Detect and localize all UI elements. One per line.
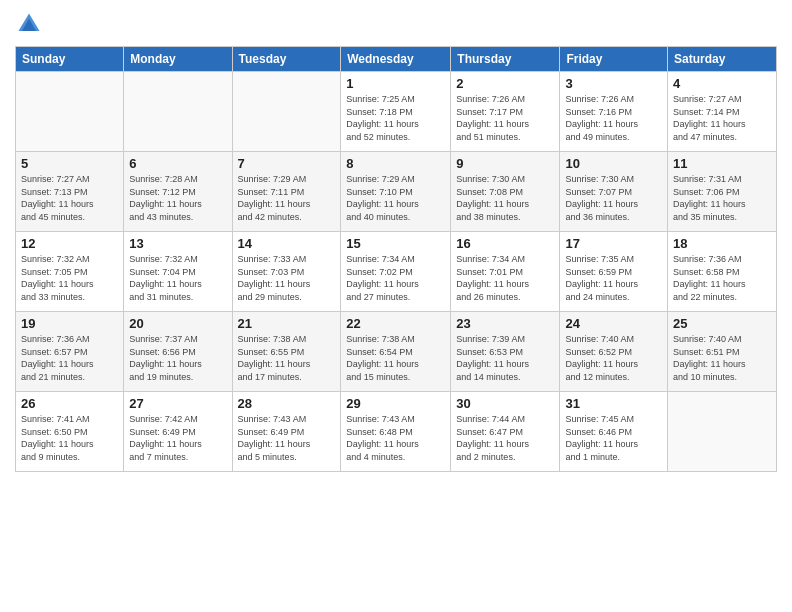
- day-number: 13: [129, 236, 226, 251]
- logo: [15, 10, 47, 38]
- calendar-cell: 30Sunrise: 7:44 AM Sunset: 6:47 PM Dayli…: [451, 392, 560, 472]
- day-number: 23: [456, 316, 554, 331]
- day-info: Sunrise: 7:32 AM Sunset: 7:05 PM Dayligh…: [21, 253, 118, 303]
- day-number: 20: [129, 316, 226, 331]
- day-info: Sunrise: 7:26 AM Sunset: 7:17 PM Dayligh…: [456, 93, 554, 143]
- day-info: Sunrise: 7:29 AM Sunset: 7:11 PM Dayligh…: [238, 173, 336, 223]
- day-info: Sunrise: 7:30 AM Sunset: 7:08 PM Dayligh…: [456, 173, 554, 223]
- day-number: 12: [21, 236, 118, 251]
- calendar-week-row: 12Sunrise: 7:32 AM Sunset: 7:05 PM Dayli…: [16, 232, 777, 312]
- calendar-cell: 14Sunrise: 7:33 AM Sunset: 7:03 PM Dayli…: [232, 232, 341, 312]
- day-number: 25: [673, 316, 771, 331]
- calendar-cell: 31Sunrise: 7:45 AM Sunset: 6:46 PM Dayli…: [560, 392, 668, 472]
- day-info: Sunrise: 7:30 AM Sunset: 7:07 PM Dayligh…: [565, 173, 662, 223]
- day-number: 26: [21, 396, 118, 411]
- day-number: 6: [129, 156, 226, 171]
- day-number: 29: [346, 396, 445, 411]
- day-number: 27: [129, 396, 226, 411]
- day-info: Sunrise: 7:37 AM Sunset: 6:56 PM Dayligh…: [129, 333, 226, 383]
- calendar-cell: 27Sunrise: 7:42 AM Sunset: 6:49 PM Dayli…: [124, 392, 232, 472]
- calendar-cell: 10Sunrise: 7:30 AM Sunset: 7:07 PM Dayli…: [560, 152, 668, 232]
- calendar-cell: 18Sunrise: 7:36 AM Sunset: 6:58 PM Dayli…: [668, 232, 777, 312]
- calendar-cell: 16Sunrise: 7:34 AM Sunset: 7:01 PM Dayli…: [451, 232, 560, 312]
- day-info: Sunrise: 7:44 AM Sunset: 6:47 PM Dayligh…: [456, 413, 554, 463]
- day-number: 9: [456, 156, 554, 171]
- day-info: Sunrise: 7:40 AM Sunset: 6:52 PM Dayligh…: [565, 333, 662, 383]
- day-number: 2: [456, 76, 554, 91]
- day-info: Sunrise: 7:27 AM Sunset: 7:14 PM Dayligh…: [673, 93, 771, 143]
- calendar-cell: 4Sunrise: 7:27 AM Sunset: 7:14 PM Daylig…: [668, 72, 777, 152]
- day-number: 24: [565, 316, 662, 331]
- day-info: Sunrise: 7:31 AM Sunset: 7:06 PM Dayligh…: [673, 173, 771, 223]
- day-number: 21: [238, 316, 336, 331]
- day-info: Sunrise: 7:41 AM Sunset: 6:50 PM Dayligh…: [21, 413, 118, 463]
- day-info: Sunrise: 7:40 AM Sunset: 6:51 PM Dayligh…: [673, 333, 771, 383]
- day-number: 4: [673, 76, 771, 91]
- weekday-header: Tuesday: [232, 47, 341, 72]
- day-info: Sunrise: 7:35 AM Sunset: 6:59 PM Dayligh…: [565, 253, 662, 303]
- weekday-header-row: SundayMondayTuesdayWednesdayThursdayFrid…: [16, 47, 777, 72]
- day-number: 10: [565, 156, 662, 171]
- day-info: Sunrise: 7:25 AM Sunset: 7:18 PM Dayligh…: [346, 93, 445, 143]
- day-number: 19: [21, 316, 118, 331]
- day-info: Sunrise: 7:38 AM Sunset: 6:54 PM Dayligh…: [346, 333, 445, 383]
- day-info: Sunrise: 7:43 AM Sunset: 6:49 PM Dayligh…: [238, 413, 336, 463]
- calendar-cell: 15Sunrise: 7:34 AM Sunset: 7:02 PM Dayli…: [341, 232, 451, 312]
- calendar-cell: 5Sunrise: 7:27 AM Sunset: 7:13 PM Daylig…: [16, 152, 124, 232]
- day-number: 31: [565, 396, 662, 411]
- day-number: 1: [346, 76, 445, 91]
- weekday-header: Saturday: [668, 47, 777, 72]
- day-number: 17: [565, 236, 662, 251]
- calendar-cell: 28Sunrise: 7:43 AM Sunset: 6:49 PM Dayli…: [232, 392, 341, 472]
- day-number: 16: [456, 236, 554, 251]
- day-number: 30: [456, 396, 554, 411]
- calendar-cell: [668, 392, 777, 472]
- weekday-header: Thursday: [451, 47, 560, 72]
- calendar-cell: 25Sunrise: 7:40 AM Sunset: 6:51 PM Dayli…: [668, 312, 777, 392]
- calendar-cell: [232, 72, 341, 152]
- calendar-cell: 24Sunrise: 7:40 AM Sunset: 6:52 PM Dayli…: [560, 312, 668, 392]
- calendar-cell: 7Sunrise: 7:29 AM Sunset: 7:11 PM Daylig…: [232, 152, 341, 232]
- calendar-week-row: 1Sunrise: 7:25 AM Sunset: 7:18 PM Daylig…: [16, 72, 777, 152]
- calendar-cell: [124, 72, 232, 152]
- day-info: Sunrise: 7:33 AM Sunset: 7:03 PM Dayligh…: [238, 253, 336, 303]
- calendar-cell: 11Sunrise: 7:31 AM Sunset: 7:06 PM Dayli…: [668, 152, 777, 232]
- calendar-cell: 29Sunrise: 7:43 AM Sunset: 6:48 PM Dayli…: [341, 392, 451, 472]
- weekday-header: Monday: [124, 47, 232, 72]
- calendar: SundayMondayTuesdayWednesdayThursdayFrid…: [15, 46, 777, 472]
- calendar-cell: 9Sunrise: 7:30 AM Sunset: 7:08 PM Daylig…: [451, 152, 560, 232]
- calendar-week-row: 19Sunrise: 7:36 AM Sunset: 6:57 PM Dayli…: [16, 312, 777, 392]
- day-info: Sunrise: 7:42 AM Sunset: 6:49 PM Dayligh…: [129, 413, 226, 463]
- day-number: 5: [21, 156, 118, 171]
- logo-icon: [15, 10, 43, 38]
- day-info: Sunrise: 7:45 AM Sunset: 6:46 PM Dayligh…: [565, 413, 662, 463]
- weekday-header: Friday: [560, 47, 668, 72]
- calendar-cell: 8Sunrise: 7:29 AM Sunset: 7:10 PM Daylig…: [341, 152, 451, 232]
- page: SundayMondayTuesdayWednesdayThursdayFrid…: [0, 0, 792, 612]
- calendar-cell: 23Sunrise: 7:39 AM Sunset: 6:53 PM Dayli…: [451, 312, 560, 392]
- day-number: 22: [346, 316, 445, 331]
- day-info: Sunrise: 7:36 AM Sunset: 6:57 PM Dayligh…: [21, 333, 118, 383]
- calendar-week-row: 26Sunrise: 7:41 AM Sunset: 6:50 PM Dayli…: [16, 392, 777, 472]
- calendar-cell: [16, 72, 124, 152]
- day-number: 15: [346, 236, 445, 251]
- day-info: Sunrise: 7:38 AM Sunset: 6:55 PM Dayligh…: [238, 333, 336, 383]
- calendar-cell: 13Sunrise: 7:32 AM Sunset: 7:04 PM Dayli…: [124, 232, 232, 312]
- day-number: 3: [565, 76, 662, 91]
- day-info: Sunrise: 7:34 AM Sunset: 7:01 PM Dayligh…: [456, 253, 554, 303]
- day-info: Sunrise: 7:27 AM Sunset: 7:13 PM Dayligh…: [21, 173, 118, 223]
- day-info: Sunrise: 7:39 AM Sunset: 6:53 PM Dayligh…: [456, 333, 554, 383]
- day-info: Sunrise: 7:43 AM Sunset: 6:48 PM Dayligh…: [346, 413, 445, 463]
- calendar-cell: 1Sunrise: 7:25 AM Sunset: 7:18 PM Daylig…: [341, 72, 451, 152]
- calendar-cell: 3Sunrise: 7:26 AM Sunset: 7:16 PM Daylig…: [560, 72, 668, 152]
- day-info: Sunrise: 7:32 AM Sunset: 7:04 PM Dayligh…: [129, 253, 226, 303]
- day-info: Sunrise: 7:36 AM Sunset: 6:58 PM Dayligh…: [673, 253, 771, 303]
- calendar-cell: 2Sunrise: 7:26 AM Sunset: 7:17 PM Daylig…: [451, 72, 560, 152]
- weekday-header: Wednesday: [341, 47, 451, 72]
- calendar-cell: 12Sunrise: 7:32 AM Sunset: 7:05 PM Dayli…: [16, 232, 124, 312]
- calendar-cell: 20Sunrise: 7:37 AM Sunset: 6:56 PM Dayli…: [124, 312, 232, 392]
- calendar-cell: 6Sunrise: 7:28 AM Sunset: 7:12 PM Daylig…: [124, 152, 232, 232]
- day-info: Sunrise: 7:26 AM Sunset: 7:16 PM Dayligh…: [565, 93, 662, 143]
- weekday-header: Sunday: [16, 47, 124, 72]
- day-info: Sunrise: 7:29 AM Sunset: 7:10 PM Dayligh…: [346, 173, 445, 223]
